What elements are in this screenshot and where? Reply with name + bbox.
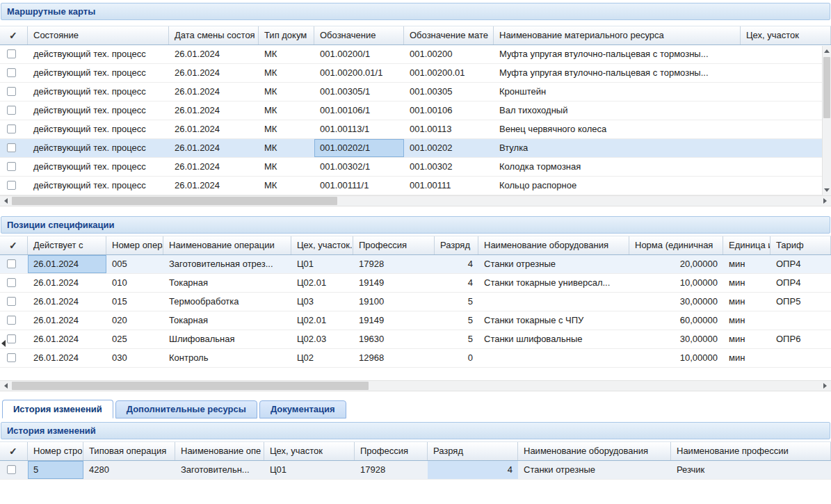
cell-designation[interactable]: 001.00305/1 (314, 83, 404, 101)
cell-designation[interactable]: 001.00200/1 (314, 45, 404, 63)
cell-op_num[interactable]: 020 (106, 311, 163, 330)
cell-valid_from[interactable]: 26.01.2024 (28, 293, 106, 311)
cell-state[interactable]: действующий тех. процесс (28, 120, 169, 138)
cell-valid_from[interactable]: 26.01.2024 (28, 274, 106, 292)
cell-check[interactable] (0, 461, 28, 479)
cell-unit[interactable]: мин (723, 349, 771, 367)
table-row[interactable]: действующий тех. процесс26.01.2024МК001.… (0, 158, 831, 177)
cell-tariff[interactable]: ОПР4 (771, 274, 831, 292)
cell-designation[interactable]: 001.00302/1 (314, 158, 404, 176)
cell-mat_designation[interactable]: 001.00202 (404, 139, 494, 157)
cell-norm[interactable]: 60,00000 (629, 311, 723, 330)
cell-equipment[interactable] (478, 349, 629, 367)
col-header-prof_name[interactable]: Наименование профессии (671, 442, 831, 460)
col-header-op_name[interactable]: Наименование операции (163, 236, 291, 254)
cell-date[interactable]: 26.01.2024 (169, 177, 259, 195)
row-checkbox[interactable] (7, 106, 16, 115)
scrollbar-track[interactable] (823, 56, 831, 186)
cell-workshop[interactable]: Ц03 (291, 293, 353, 311)
cell-norm[interactable]: 10,00000 (629, 274, 723, 292)
cell-op_num[interactable]: 005 (106, 255, 163, 273)
cell-norm[interactable]: 30,00000 (629, 293, 723, 311)
spec-positions-hscrollbar[interactable] (0, 380, 831, 391)
cell-check[interactable] (0, 293, 28, 311)
cell-op_name[interactable]: Токарная (163, 311, 291, 330)
cell-op_name[interactable]: Заготовительная отрез... (163, 255, 291, 273)
col-header-op_num[interactable]: Номер опера (106, 236, 163, 254)
cell-typical_op[interactable]: 4280 (83, 461, 175, 479)
splitter-collapse-arrow[interactable] (0, 338, 6, 349)
cell-state[interactable]: действующий тех. процесс (28, 64, 169, 82)
col-header-equipment[interactable]: Наименование оборудования (518, 442, 671, 460)
cell-check[interactable] (0, 139, 28, 157)
row-checkbox[interactable] (7, 162, 16, 171)
cell-check[interactable] (0, 45, 28, 63)
row-checkbox[interactable] (7, 259, 16, 268)
cell-state[interactable]: действующий тех. процесс (28, 177, 169, 195)
tab-documentation[interactable]: Документация (259, 400, 346, 418)
cell-workshop[interactable]: Ц02 (291, 349, 353, 367)
scroll-down-button[interactable] (823, 186, 831, 195)
scroll-left-button[interactable] (0, 381, 11, 391)
table-row[interactable]: 26.01.2024015ТермообработкаЦ0319100530,0… (0, 293, 831, 311)
cell-mat_designation[interactable]: 001.00113 (404, 120, 494, 138)
row-checkbox[interactable] (7, 124, 16, 133)
cell-doc_type[interactable]: МК (259, 177, 314, 195)
cell-doc_type[interactable]: МК (259, 45, 314, 63)
cell-tariff[interactable] (771, 311, 831, 330)
col-header-tariff[interactable]: Тариф (771, 236, 831, 254)
cell-mat_name[interactable]: Муфта упругая втулочно-пальцевая с тормо… (494, 64, 741, 82)
cell-unit[interactable]: мин (723, 255, 771, 273)
cell-row_num[interactable]: 5 (28, 461, 83, 479)
cell-norm[interactable]: 20,00000 (629, 255, 723, 273)
cell-op_num[interactable]: 010 (106, 274, 163, 292)
cell-valid_from[interactable]: 26.01.2024 (28, 255, 106, 273)
col-header-typical_op[interactable]: Типовая операция (83, 442, 175, 460)
cell-designation[interactable]: 001.00200.01/1 (314, 64, 404, 82)
cell-check[interactable] (0, 83, 28, 101)
cell-equipment[interactable]: Станки токарные универсал... (478, 274, 629, 292)
table-row[interactable]: действующий тех. процесс26.01.2024МК001.… (0, 101, 831, 120)
table-row[interactable]: 26.01.2024025ШлифовальнаяЦ02.03196305Ста… (0, 330, 831, 349)
cell-op_name[interactable]: Заготовительн... (175, 461, 264, 479)
cell-workshop[interactable] (741, 83, 831, 101)
cell-mat_designation[interactable]: 001.00200.01 (404, 64, 494, 82)
cell-profession[interactable]: 17928 (353, 255, 435, 273)
row-checkbox[interactable] (7, 278, 16, 287)
cell-op_num[interactable]: 030 (106, 349, 163, 367)
cell-date[interactable]: 26.01.2024 (169, 139, 259, 157)
cell-valid_from[interactable]: 26.01.2024 (28, 330, 106, 348)
cell-doc_type[interactable]: МК (259, 139, 314, 157)
cell-grade[interactable]: 4 (435, 255, 478, 273)
cell-prof_name[interactable]: Резчик (671, 461, 831, 479)
scrollbar-thumb[interactable] (823, 57, 830, 118)
cell-state[interactable]: действующий тех. процесс (28, 139, 169, 157)
cell-op_num[interactable]: 015 (106, 293, 163, 311)
cell-designation[interactable]: 001.00111/1 (314, 177, 404, 195)
cell-designation[interactable]: 001.00106/1 (314, 101, 404, 120)
row-checkbox[interactable] (7, 181, 16, 190)
cell-date[interactable]: 26.01.2024 (169, 101, 259, 120)
cell-op_name[interactable]: Токарная (163, 274, 291, 292)
cell-equipment[interactable]: Станки отрезные (478, 255, 629, 273)
cell-check[interactable] (0, 255, 28, 273)
route-maps-vscrollbar[interactable] (822, 46, 831, 195)
cell-check[interactable] (0, 64, 28, 82)
cell-state[interactable]: действующий тех. процесс (28, 158, 169, 176)
scrollbar-track[interactable] (11, 381, 820, 391)
cell-workshop[interactable] (741, 177, 831, 195)
cell-grade[interactable]: 5 (435, 293, 478, 311)
cell-mat_designation[interactable]: 001.00200 (404, 45, 494, 63)
cell-workshop[interactable] (741, 64, 831, 82)
scroll-right-button[interactable] (820, 381, 831, 391)
row-checkbox[interactable] (7, 334, 16, 343)
cell-op_name[interactable]: Термообработка (163, 293, 291, 311)
col-header-mat_designation[interactable]: Обозначение мате (404, 26, 494, 44)
cell-date[interactable]: 26.01.2024 (169, 64, 259, 82)
cell-grade[interactable]: 4 (428, 461, 518, 479)
cell-equipment[interactable] (478, 293, 629, 311)
table-row[interactable]: действующий тех. процесс26.01.2024МК001.… (0, 139, 831, 158)
route-maps-hscrollbar[interactable] (0, 195, 831, 206)
cell-workshop[interactable]: Ц02.01 (291, 274, 353, 292)
cell-state[interactable]: действующий тех. процесс (28, 101, 169, 120)
